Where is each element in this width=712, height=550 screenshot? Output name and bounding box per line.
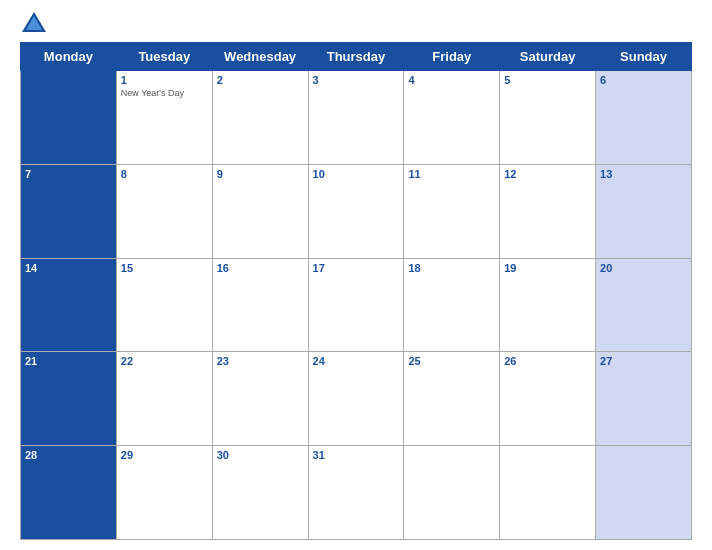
calendar-cell: [21, 71, 117, 165]
calendar-cell: 23: [212, 352, 308, 446]
logo: [20, 10, 52, 38]
day-number: 5: [504, 74, 591, 86]
calendar-cell: 25: [404, 352, 500, 446]
day-header-sunday: Sunday: [596, 43, 692, 71]
calendar-cell: 16: [212, 258, 308, 352]
day-number: 26: [504, 355, 591, 367]
calendar-header-row: MondayTuesdayWednesdayThursdayFridaySatu…: [21, 43, 692, 71]
calendar-table: MondayTuesdayWednesdayThursdayFridaySatu…: [20, 42, 692, 540]
calendar-cell: 26: [500, 352, 596, 446]
generalblue-logo-icon: [20, 10, 48, 38]
day-number: 16: [217, 262, 304, 274]
holiday-label: New Year's Day: [121, 88, 208, 99]
day-number: 31: [313, 449, 400, 461]
day-number: 11: [408, 168, 495, 180]
day-number: 29: [121, 449, 208, 461]
calendar-cell: 6: [596, 71, 692, 165]
calendar-cell: 22: [116, 352, 212, 446]
week-row-2: 78910111213: [21, 164, 692, 258]
day-number: 23: [217, 355, 304, 367]
calendar-header: [20, 10, 692, 38]
calendar-cell: 27: [596, 352, 692, 446]
calendar-cell: 2: [212, 71, 308, 165]
calendar-cell: 28: [21, 446, 117, 540]
day-number: 14: [25, 262, 112, 274]
day-number: 17: [313, 262, 400, 274]
calendar-cell: 7: [21, 164, 117, 258]
calendar-cell: 21: [21, 352, 117, 446]
day-header-friday: Friday: [404, 43, 500, 71]
calendar-cell: 19: [500, 258, 596, 352]
week-row-5: 28293031: [21, 446, 692, 540]
day-number: 19: [504, 262, 591, 274]
day-number: 21: [25, 355, 112, 367]
day-number: 18: [408, 262, 495, 274]
day-number: 27: [600, 355, 687, 367]
calendar-cell: 17: [308, 258, 404, 352]
calendar-cell: 9: [212, 164, 308, 258]
calendar-cell: 20: [596, 258, 692, 352]
day-header-saturday: Saturday: [500, 43, 596, 71]
day-header-wednesday: Wednesday: [212, 43, 308, 71]
calendar-cell: 13: [596, 164, 692, 258]
calendar-cell: 31: [308, 446, 404, 540]
day-number: 8: [121, 168, 208, 180]
day-number: 7: [25, 168, 112, 180]
day-number: 2: [217, 74, 304, 86]
calendar-cell: 15: [116, 258, 212, 352]
day-number: 4: [408, 74, 495, 86]
day-number: 3: [313, 74, 400, 86]
calendar-cell: 8: [116, 164, 212, 258]
calendar-cell: 4: [404, 71, 500, 165]
day-number: 15: [121, 262, 208, 274]
day-number: 30: [217, 449, 304, 461]
day-number: 1: [121, 74, 208, 86]
week-row-1: 1New Year's Day23456: [21, 71, 692, 165]
calendar-cell: 30: [212, 446, 308, 540]
calendar-cell: [404, 446, 500, 540]
day-header-thursday: Thursday: [308, 43, 404, 71]
day-number: 22: [121, 355, 208, 367]
day-header-tuesday: Tuesday: [116, 43, 212, 71]
day-number: 24: [313, 355, 400, 367]
calendar-body: 1New Year's Day2345678910111213141516171…: [21, 71, 692, 540]
calendar-cell: 18: [404, 258, 500, 352]
calendar-cell: 3: [308, 71, 404, 165]
day-number: 10: [313, 168, 400, 180]
day-number: 28: [25, 449, 112, 461]
calendar-cell: 29: [116, 446, 212, 540]
week-row-3: 14151617181920: [21, 258, 692, 352]
day-number: 12: [504, 168, 591, 180]
calendar-cell: 1New Year's Day: [116, 71, 212, 165]
day-header-monday: Monday: [21, 43, 117, 71]
day-number: 20: [600, 262, 687, 274]
calendar-cell: 24: [308, 352, 404, 446]
day-number: 6: [600, 74, 687, 86]
day-number: 25: [408, 355, 495, 367]
day-number: 9: [217, 168, 304, 180]
calendar-cell: 5: [500, 71, 596, 165]
calendar-cell: 10: [308, 164, 404, 258]
calendar-cell: 14: [21, 258, 117, 352]
calendar-cell: 12: [500, 164, 596, 258]
days-of-week-row: MondayTuesdayWednesdayThursdayFridaySatu…: [21, 43, 692, 71]
calendar-cell: 11: [404, 164, 500, 258]
calendar-cell: [596, 446, 692, 540]
calendar-cell: [500, 446, 596, 540]
day-number: 13: [600, 168, 687, 180]
week-row-4: 21222324252627: [21, 352, 692, 446]
